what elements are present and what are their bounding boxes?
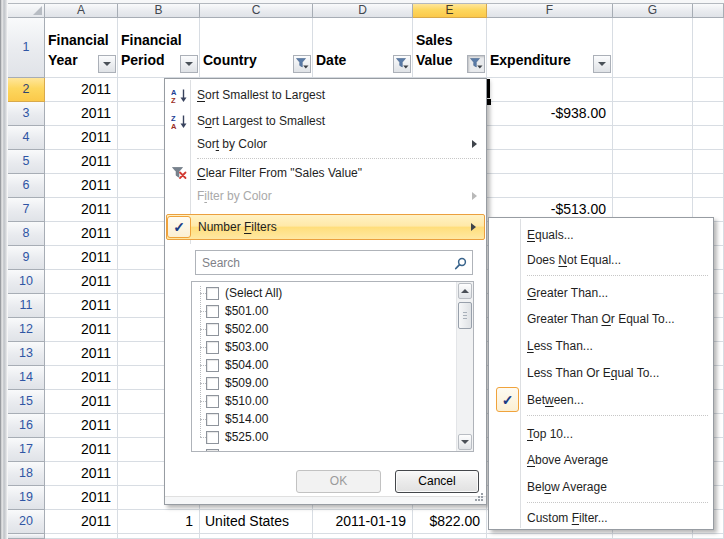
cell-H21[interactable]: [693, 534, 724, 539]
filter-button-C[interactable]: [293, 55, 311, 73]
filter-value-501-00[interactable]: $501.00: [192, 302, 454, 320]
filter-value-510-00[interactable]: $510.00: [192, 392, 454, 410]
cell-E21[interactable]: [413, 534, 487, 539]
column-header-C[interactable]: C: [200, 4, 313, 18]
cell-C21[interactable]: [200, 534, 313, 539]
menu-item-equals[interactable]: Equals...: [490, 223, 712, 247]
header-cell-C[interactable]: Country: [200, 18, 313, 78]
column-header-partial[interactable]: [693, 4, 724, 18]
cell-A4[interactable]: 2011: [45, 126, 118, 150]
column-header-A[interactable]: A: [45, 4, 118, 18]
row-header-16[interactable]: 16: [8, 414, 45, 438]
row-header-19[interactable]: 19: [8, 486, 45, 510]
checkbox-unchecked[interactable]: [206, 449, 219, 453]
filter-button-D[interactable]: [393, 55, 411, 73]
menu-item-greater-than-or-equal-to[interactable]: Greater Than Or Equal To...: [490, 306, 712, 332]
menu-item-below-average[interactable]: Below Average: [490, 473, 712, 500]
header-cell-D[interactable]: Date: [313, 18, 413, 78]
cell-G4[interactable]: [613, 126, 693, 150]
menu-item-sort-largest-to-smallest[interactable]: ZASort Largest to Smallest: [166, 108, 485, 134]
cell-D21[interactable]: [313, 534, 413, 539]
row-header-9[interactable]: 9: [8, 246, 45, 270]
cell-F6[interactable]: [487, 174, 613, 198]
scrollbar-thumb[interactable]: [458, 302, 472, 329]
row-header-1[interactable]: 1: [8, 18, 45, 78]
header-cell-G[interactable]: [613, 18, 693, 78]
menu-item-above-average[interactable]: Above Average: [490, 447, 712, 473]
menu-item-top-10[interactable]: Top 10...: [490, 420, 712, 447]
menu-item-less-than[interactable]: Less Than...: [490, 332, 712, 359]
cell-G6[interactable]: [613, 174, 693, 198]
menu-item-sort-smallest-to-largest[interactable]: AZSort Smallest to Largest: [166, 82, 485, 108]
cell-A18[interactable]: 2011: [45, 462, 118, 486]
checkbox-unchecked[interactable]: [206, 287, 219, 300]
cell-A14[interactable]: 2011: [45, 366, 118, 390]
checkbox-unchecked[interactable]: [206, 323, 219, 336]
cell-A8[interactable]: 2011: [45, 222, 118, 246]
cell-G21[interactable]: [613, 534, 693, 539]
row-header-2[interactable]: 2: [8, 78, 45, 102]
row-header-12[interactable]: 12: [8, 318, 45, 342]
menu-item-less-than-or-equal-to[interactable]: Less Than Or Equal To...: [490, 359, 712, 386]
row-header-13[interactable]: 13: [8, 342, 45, 366]
cell-G5[interactable]: [613, 150, 693, 174]
cell-D20[interactable]: 2011-01-19: [313, 510, 413, 534]
cell-A17[interactable]: 2011: [45, 438, 118, 462]
cell-A6[interactable]: 2011: [45, 174, 118, 198]
filter-value-525-00[interactable]: $525.00: [192, 428, 454, 446]
row-header-3[interactable]: 3: [8, 102, 45, 126]
filter-value-503-00[interactable]: $503.00: [192, 338, 454, 356]
cell-C20[interactable]: United States: [200, 510, 313, 534]
filter-value-502-00[interactable]: $502.00: [192, 320, 454, 338]
cell-A19[interactable]: 2011: [45, 486, 118, 510]
cell-A12[interactable]: 2011: [45, 318, 118, 342]
header-cell-B[interactable]: FinancialPeriod: [118, 18, 200, 78]
checkbox-unchecked[interactable]: [206, 413, 219, 426]
ok-button[interactable]: OK: [296, 470, 381, 493]
menu-item-greater-than[interactable]: Greater Than...: [490, 279, 712, 306]
cell-A7[interactable]: 2011: [45, 198, 118, 222]
row-header-partial[interactable]: [8, 534, 45, 539]
scrollbar-track[interactable]: [456, 282, 473, 451]
scrollbar-down-button[interactable]: [458, 434, 472, 450]
cell-H6[interactable]: [693, 174, 724, 198]
column-header-E[interactable]: E: [413, 4, 487, 18]
checkbox-unchecked[interactable]: [206, 305, 219, 318]
cell-F4[interactable]: [487, 126, 613, 150]
scrollbar-up-button[interactable]: [458, 283, 472, 299]
cell-B20[interactable]: 1: [118, 510, 200, 534]
header-cell-E[interactable]: SalesValue: [413, 18, 487, 78]
row-header-15[interactable]: 15: [8, 390, 45, 414]
checkbox-unchecked[interactable]: [206, 395, 219, 408]
menu-item-does-not-equal[interactable]: Does Not Equal...: [490, 247, 712, 273]
cell-A5[interactable]: 2011: [45, 150, 118, 174]
cell-F3[interactable]: -$938.00: [487, 102, 613, 126]
cell-H2[interactable]: [693, 78, 724, 102]
cell-E20[interactable]: $822.00: [413, 510, 487, 534]
checkbox-unchecked[interactable]: [206, 359, 219, 372]
cell-G3[interactable]: [613, 102, 693, 126]
cell-A2[interactable]: 2011: [45, 78, 118, 102]
cell-A21[interactable]: [45, 534, 118, 539]
row-header-4[interactable]: 4: [8, 126, 45, 150]
checkbox-unchecked[interactable]: [206, 377, 219, 390]
row-header-7[interactable]: 7: [8, 198, 45, 222]
menu-item-between[interactable]: ✓Between...: [490, 386, 712, 413]
row-header-14[interactable]: 14: [8, 366, 45, 390]
row-header-11[interactable]: 11: [8, 294, 45, 318]
cancel-button[interactable]: Cancel: [395, 470, 479, 493]
column-header-F[interactable]: F: [487, 4, 613, 18]
filter-dropdown-button-A[interactable]: [98, 55, 116, 73]
column-header-G[interactable]: G: [613, 4, 693, 18]
cell-F21[interactable]: [487, 534, 613, 539]
filter-dropdown-button-F[interactable]: [593, 55, 611, 73]
header-cell-A[interactable]: FinancialYear: [45, 18, 118, 78]
filter-value-partial[interactable]: [192, 446, 454, 452]
filter-value-select-all[interactable]: (Select All): [192, 284, 454, 302]
cell-A16[interactable]: 2011: [45, 414, 118, 438]
cell-A15[interactable]: 2011: [45, 390, 118, 414]
filter-dropdown-button-B[interactable]: [180, 55, 198, 73]
cell-A20[interactable]: 2011: [45, 510, 118, 534]
filter-button-E[interactable]: [467, 55, 485, 73]
checkbox-unchecked[interactable]: [206, 341, 219, 354]
